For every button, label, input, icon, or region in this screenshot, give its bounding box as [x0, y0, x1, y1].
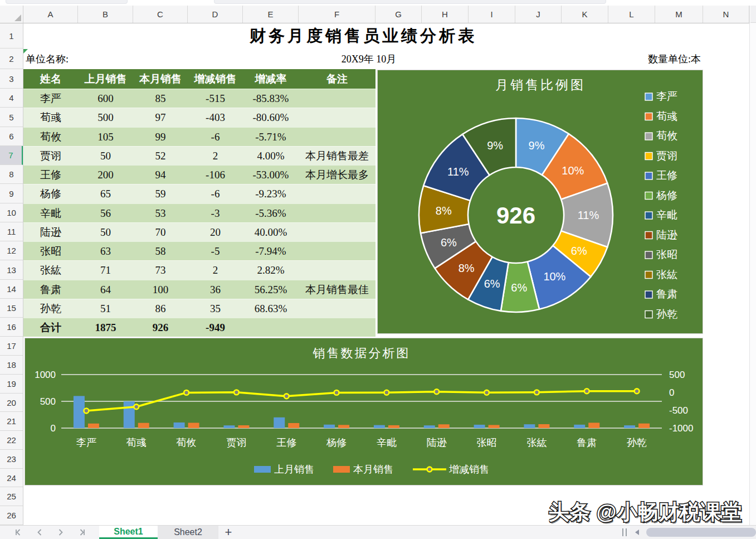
column-header-H[interactable]: H	[422, 6, 469, 23]
cell[interactable]: 2.82%	[243, 261, 299, 280]
bar-上月销售-荀攸[interactable]	[174, 423, 185, 428]
cell[interactable]: 35	[188, 299, 243, 318]
next-sheet-icon[interactable]	[56, 527, 66, 537]
row-header-12[interactable]: 12	[0, 241, 23, 260]
column-header-K[interactable]: K	[562, 6, 608, 23]
column-header-I[interactable]: I	[469, 6, 515, 23]
cell[interactable]: -7.94%	[243, 242, 299, 260]
column-header-M[interactable]: M	[655, 6, 703, 23]
cell[interactable]: 99	[133, 128, 188, 146]
bar-本月销售-孙乾[interactable]	[638, 424, 650, 428]
cell[interactable]: 合计	[23, 318, 78, 337]
cell[interactable]: 63	[78, 242, 133, 260]
first-sheet-icon[interactable]	[13, 527, 23, 537]
add-sheet-button[interactable]: +	[221, 526, 236, 539]
cell[interactable]: 100	[133, 280, 188, 299]
cell[interactable]: 926	[133, 318, 188, 337]
row-header-8[interactable]: 8	[0, 165, 23, 184]
cell[interactable]: 鲁肃	[23, 280, 78, 299]
cell[interactable]: -403	[188, 108, 243, 127]
cell[interactable]	[299, 89, 375, 108]
column-header-B[interactable]: B	[78, 6, 133, 23]
column-header-D[interactable]: D	[188, 6, 243, 23]
cell[interactable]: 97	[133, 108, 188, 127]
bar-本月销售-王修[interactable]	[288, 423, 299, 428]
bar-本月销售-张紘[interactable]	[538, 424, 549, 428]
bar-上月销售-陆逊[interactable]	[424, 425, 435, 428]
cell[interactable]: 本月销售	[133, 69, 188, 89]
cell[interactable]	[299, 242, 375, 260]
cell[interactable]: 52	[133, 147, 188, 165]
cell[interactable]: 2	[188, 147, 243, 165]
bar-本月销售-荀彧[interactable]	[138, 423, 149, 428]
cell[interactable]: 56.25%	[243, 280, 299, 299]
row-header-3[interactable]: 3	[0, 69, 23, 89]
row-header-5[interactable]: 5	[0, 108, 23, 127]
cell[interactable]: -5	[188, 242, 243, 260]
cell[interactable]: 王修	[23, 166, 78, 184]
pie-chart-panel[interactable]: 9%10%11%6%10%6%6%8%6%8%11%9%926月销售比例图李严荀…	[377, 70, 703, 334]
row-header-20[interactable]: 20	[0, 394, 23, 412]
row-header-15[interactable]: 15	[0, 299, 23, 318]
bar-本月销售-杨修[interactable]	[338, 425, 349, 428]
bar-上月销售-杨修[interactable]	[324, 425, 335, 428]
cell[interactable]: 张昭	[23, 242, 78, 260]
bar-上月销售-王修[interactable]	[274, 417, 285, 428]
cell[interactable]	[299, 261, 375, 280]
column-header-A[interactable]: A	[23, 6, 78, 23]
column-header-C[interactable]: C	[133, 6, 188, 23]
cell[interactable]: 53	[133, 204, 188, 222]
cell[interactable]: 1875	[78, 318, 133, 337]
cell[interactable]: 李严	[23, 89, 78, 108]
cell[interactable]: 本月销售最差	[299, 147, 375, 165]
row-header-24[interactable]: 24	[0, 469, 23, 487]
cell[interactable]	[299, 184, 375, 203]
cell[interactable]: -9.23%	[243, 184, 299, 203]
row-header-25[interactable]: 25	[0, 487, 23, 506]
column-header-L[interactable]: L	[608, 6, 655, 23]
scroll-left-icon[interactable]	[635, 530, 639, 535]
row-header-18[interactable]: 18	[0, 356, 23, 375]
bar-上月销售-孙乾[interactable]	[624, 425, 635, 428]
bar-上月销售-贾诩[interactable]	[223, 425, 235, 428]
cell[interactable]: 85	[133, 89, 188, 108]
cell[interactable]: 94	[133, 166, 188, 184]
cell[interactable]: 56	[78, 204, 133, 222]
prev-sheet-icon[interactable]	[35, 527, 45, 537]
cell[interactable]	[243, 318, 299, 337]
cell[interactable]: -53.00%	[243, 166, 299, 184]
cell[interactable]: 59	[133, 184, 188, 203]
bar-本月销售-荀攸[interactable]	[188, 423, 199, 428]
horizontal-scroll-thumb[interactable]	[646, 528, 756, 537]
bar-本月销售-陆逊[interactable]	[438, 424, 450, 428]
cell[interactable]	[299, 223, 375, 241]
row-header-7[interactable]: 7	[0, 146, 23, 165]
cell[interactable]: -5.71%	[243, 128, 299, 146]
cell[interactable]	[299, 299, 375, 318]
combo-chart-panel[interactable]: 销售数据分析图05001000-1000-5000500李严荀彧荀攸贾诩王修杨修…	[25, 338, 703, 485]
cell[interactable]: 73	[133, 261, 188, 280]
cell[interactable]: 68.63%	[243, 299, 299, 318]
column-header-F[interactable]: F	[299, 6, 375, 23]
column-header-J[interactable]: J	[515, 6, 562, 23]
cell[interactable]: 姓名	[23, 69, 78, 89]
column-header-G[interactable]: G	[375, 6, 422, 23]
cell[interactable]: 58	[133, 242, 188, 260]
cell[interactable]: 本月销售最佳	[299, 280, 375, 299]
cell[interactable]: 贾诩	[23, 147, 78, 165]
vertical-scrollbar[interactable]	[749, 6, 756, 525]
cell[interactable]: 陆逊	[23, 223, 78, 241]
bar-上月销售-荀彧[interactable]	[124, 401, 135, 428]
cell[interactable]: -3	[188, 204, 243, 222]
bar-本月销售-贾诩[interactable]	[238, 425, 249, 428]
bar-上月销售-鲁肃[interactable]	[574, 425, 585, 428]
row-header-17[interactable]: 17	[0, 337, 23, 356]
cell[interactable]: -6	[188, 128, 243, 146]
bar-上月销售-张昭[interactable]	[474, 425, 485, 428]
row-header-4[interactable]: 4	[0, 89, 23, 108]
row-header-1[interactable]: 1	[0, 23, 23, 48]
cell[interactable]: 50	[78, 223, 133, 241]
row-header-9[interactable]: 9	[0, 184, 23, 203]
cell[interactable]: -515	[188, 89, 243, 108]
row-header-19[interactable]: 19	[0, 375, 23, 394]
